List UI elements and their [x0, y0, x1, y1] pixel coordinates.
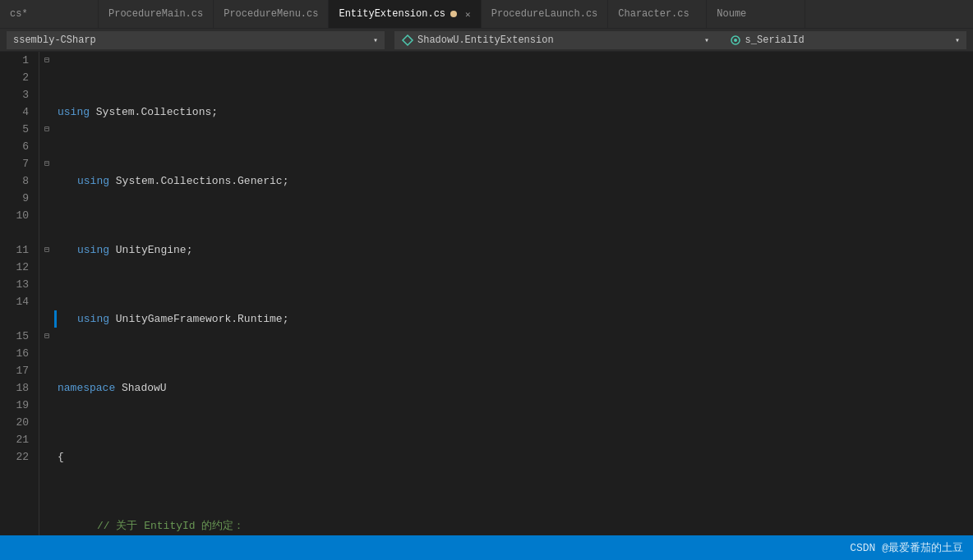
tab-entity-extension[interactable]: EntityExtension.cs ✕ — [329, 0, 481, 28]
line-num-18: 18 — [13, 379, 29, 397]
gutter-7[interactable]: ⊟ — [39, 155, 54, 172]
gutter-1[interactable]: ⊟ — [39, 52, 54, 69]
code-line-3: using UnityEngine; — [58, 241, 973, 259]
assembly-label: ssembly-CSharp — [13, 34, 96, 46]
line-num-4: 4 — [13, 103, 29, 121]
svg-point-2 — [734, 39, 737, 42]
line-num-hint1: · — [13, 224, 29, 241]
code-ns: ShadowU — [122, 379, 167, 397]
gutter-13 — [39, 276, 54, 293]
code-line-7: // 关于 EntityId 的约定： — [58, 517, 973, 535]
assembly-dropdown-arrow: ▾ — [373, 35, 378, 45]
namespace-label: ShadowU.EntityExtension — [417, 34, 554, 46]
svg-marker-0 — [403, 35, 413, 45]
gutter-16 — [39, 345, 54, 362]
gutter-10 — [39, 207, 54, 224]
code-line-2: using System.Collections.Generic; — [58, 172, 973, 190]
code-line-5: namespace ShadowU — [58, 379, 973, 397]
tab-procedure-menu-label: ProcedureMenu.cs — [224, 8, 318, 20]
gutter-9 — [39, 190, 54, 207]
comment-1: // 关于 EntityId 的约定： — [97, 517, 244, 535]
line-num-16: 16 — [13, 345, 29, 362]
line-numbers: 1 2 3 4 5 6 7 8 9 10 · 11 12 13 14 · 15 … — [0, 52, 39, 535]
tab-entity-extension-label: EntityExtension.cs — [339, 8, 445, 20]
tab-procedure-main-label: ProcedureMain.cs — [108, 8, 203, 20]
code-text-3: UnityEngine; — [116, 241, 193, 259]
gutter-6 — [39, 138, 54, 155]
line-num-13: 13 — [13, 276, 29, 293]
gutter-3 — [39, 86, 54, 103]
line-num-8: 8 — [13, 172, 29, 190]
line-num-hint2: · — [13, 310, 29, 328]
line-num-3: 3 — [13, 86, 29, 103]
gutter-21 — [39, 431, 54, 448]
gutter-15[interactable]: ⊟ — [39, 328, 54, 345]
gutter-hint2 — [39, 310, 54, 328]
gutter-20 — [39, 414, 54, 431]
tab-procedure-main[interactable]: ProcedureMain.cs — [99, 0, 214, 28]
code-line-6: { — [58, 448, 973, 466]
tab-character[interactable]: Character.cs — [608, 0, 707, 28]
gutter-22 — [39, 448, 54, 466]
line-num-21: 21 — [13, 431, 29, 448]
line-num-17: 17 — [13, 362, 29, 379]
tab-character-label: Character.cs — [618, 8, 689, 20]
toolbar: ssembly-CSharp ▾ ShadowU.EntityExtension… — [0, 29, 973, 52]
line-num-5: 5 — [13, 121, 29, 138]
code-area: 1 2 3 4 5 6 7 8 9 10 · 11 12 13 14 · 15 … — [0, 52, 973, 535]
namespace-member-selector[interactable]: ShadowU.EntityExtension ▾ s_SerialId ▾ — [394, 31, 966, 49]
line-num-7: 7 — [13, 155, 29, 172]
code-text-4: UnityGameFramework.Runtime; — [116, 310, 289, 328]
line-num-2: 2 — [13, 69, 29, 86]
namespace-icon — [401, 34, 414, 47]
line-num-6: 6 — [13, 138, 29, 155]
code-gutter: ⊟ ⊟ ⊟ ⊟ ⊟ — [39, 52, 54, 535]
line-num-9: 9 — [13, 190, 29, 207]
line-num-1: 1 — [13, 52, 29, 69]
gutter-2 — [39, 69, 54, 86]
gutter-8 — [39, 172, 54, 190]
gutter-19 — [39, 397, 54, 414]
watermark-text: CSDN @最爱番茄的土豆 — [850, 540, 963, 555]
tab-procedure-launch[interactable]: ProcedureLaunch.cs — [482, 0, 609, 28]
gutter-14 — [39, 293, 54, 310]
code-line-1: using System.Collections; — [58, 103, 973, 121]
tab-entity-extension-close[interactable]: ✕ — [465, 9, 471, 20]
line-num-14: 14 — [13, 293, 29, 310]
line-num-15: 15 — [13, 328, 29, 345]
line-num-20: 20 — [13, 414, 29, 431]
tab-procedure-launch-label: ProcedureLaunch.cs — [491, 8, 598, 20]
status-bar: CSDN @最爱番茄的土豆 — [0, 535, 973, 560]
keyword-namespace: namespace — [58, 379, 122, 397]
keyword-using-2: using — [77, 172, 116, 190]
tab-modified-dot — [450, 11, 457, 17]
keyword-using-4: using — [77, 310, 116, 328]
tab-cs-star[interactable]: cs* — [0, 0, 99, 28]
line-num-12: 12 — [13, 259, 29, 276]
member-dropdown-arrow: ▾ — [955, 35, 960, 45]
namespace-dropdown-arrow: ▾ — [704, 35, 709, 45]
gutter-18 — [39, 379, 54, 397]
code-text-1: System.Collections; — [96, 103, 218, 121]
gutter-11[interactable]: ⊟ — [39, 241, 54, 259]
tab-cs-star-label: cs* — [10, 8, 28, 20]
code-line-4: using UnityGameFramework.Runtime; — [58, 310, 973, 328]
line-num-22: 22 — [13, 448, 29, 466]
member-label: s_SerialId — [745, 34, 805, 46]
tab-procedure-menu[interactable]: ProcedureMenu.cs — [214, 0, 329, 28]
gutter-5[interactable]: ⊟ — [39, 121, 54, 138]
line-num-19: 19 — [13, 397, 29, 414]
assembly-selector[interactable]: ssembly-CSharp ▾ — [7, 31, 385, 49]
gutter-hint1 — [39, 224, 54, 241]
line-num-11: 11 — [13, 241, 29, 259]
tab-noume[interactable]: Noume — [707, 0, 805, 28]
code-content[interactable]: using System.Collections; using System.C… — [54, 52, 973, 535]
keyword-using-1: using — [58, 103, 96, 121]
member-icon — [729, 34, 742, 47]
tab-bar: cs* ProcedureMain.cs ProcedureMenu.cs En… — [0, 0, 973, 29]
code-text-2: System.Collections.Generic; — [116, 172, 289, 190]
code-brace-open-ns: { — [58, 448, 64, 466]
tab-noume-label: Noume — [717, 8, 746, 20]
gutter-4 — [39, 103, 54, 121]
line-num-10: 10 — [13, 207, 29, 224]
